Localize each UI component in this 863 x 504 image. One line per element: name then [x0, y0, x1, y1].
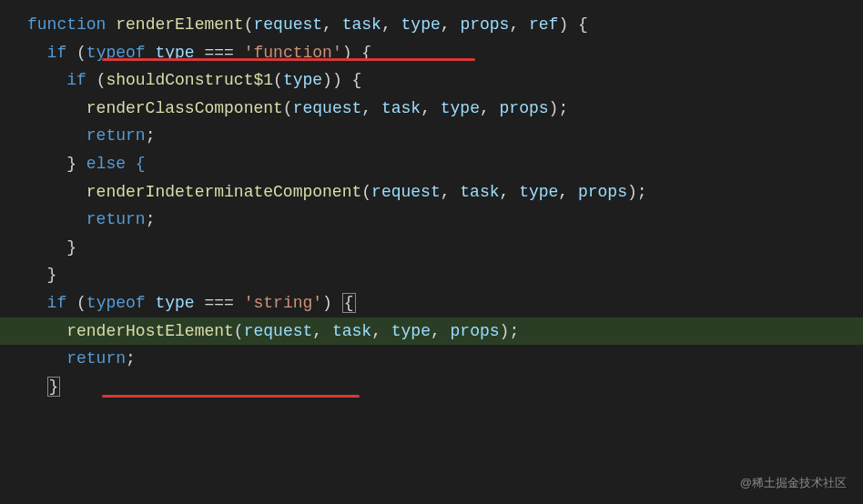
identifier: type: [519, 183, 558, 201]
code-line: renderIndeterminateComponent(request, ta…: [0, 178, 863, 207]
identifier: request: [244, 322, 313, 340]
code-line: return;: [0, 206, 863, 234]
code-line-highlighted: renderHostElement(request, task, type, p…: [0, 318, 863, 346]
function-call: shouldConstruct$1: [106, 71, 273, 89]
code-line: } else {: [0, 150, 863, 178]
param: request: [253, 15, 322, 34]
identifier: type: [441, 99, 480, 117]
keyword-if: if: [66, 71, 86, 89]
code-line: return;: [0, 122, 863, 150]
code-line: }: [0, 234, 863, 262]
identifier: props: [578, 183, 627, 201]
identifier: task: [332, 322, 371, 340]
function-call: renderIndeterminateComponent: [86, 183, 361, 201]
matching-bracket: }: [47, 377, 61, 397]
identifier: task: [460, 183, 499, 201]
identifier: request: [293, 99, 362, 117]
keyword-function: function: [27, 15, 106, 34]
watermark: @稀土掘金技术社区: [740, 473, 847, 493]
identifier: props: [451, 322, 500, 340]
keyword-if: if: [47, 44, 67, 62]
code-line: if (shouldConstruct$1(type)) {: [0, 66, 863, 95]
string-literal: 'string': [244, 294, 322, 312]
code-editor[interactable]: function renderElement(request, task, ty…: [0, 11, 863, 400]
param: props: [460, 15, 509, 34]
annotation-underline: [102, 395, 360, 398]
param: task: [342, 15, 381, 34]
keyword-return: return: [86, 210, 146, 228]
identifier: props: [500, 99, 549, 117]
code-line: return;: [0, 345, 863, 373]
keyword-typeof: typeof: [86, 294, 146, 312]
identifier: type: [391, 322, 431, 340]
identifier: type: [155, 294, 194, 312]
code-line: renderClassComponent(request, task, type…: [0, 95, 863, 123]
keyword-if: if: [47, 294, 67, 312]
cursor-bracket: {: [342, 293, 356, 313]
code-line: if (typeof type === 'function') {: [0, 39, 863, 67]
identifier: request: [371, 183, 441, 201]
keyword-return: return: [66, 349, 126, 368]
code-line: }: [0, 261, 863, 289]
keyword-return: return: [86, 126, 146, 145]
code-line: if (typeof type === 'string') {: [0, 289, 863, 318]
param: ref: [529, 15, 558, 34]
function-name: renderElement: [116, 15, 243, 34]
param: type: [401, 15, 441, 34]
function-call: renderHostElement: [66, 322, 234, 340]
annotation-underline: [102, 58, 475, 61]
identifier: task: [381, 99, 421, 117]
identifier: type: [283, 71, 322, 89]
code-line: function renderElement(request, task, ty…: [0, 11, 863, 39]
function-call: renderClassComponent: [86, 99, 283, 117]
